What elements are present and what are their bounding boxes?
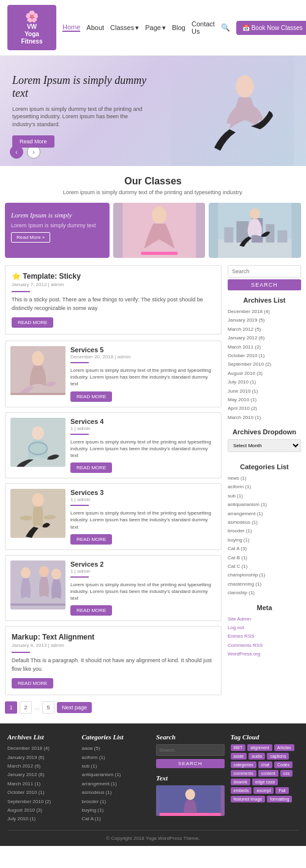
category-list-item[interactable]: Cat A (3) xyxy=(228,545,301,553)
tag-item[interactable]: aside xyxy=(231,753,247,760)
archive-list-item[interactable]: March 2012 (5) xyxy=(228,325,301,334)
footer-archive-item[interactable]: January 2019 (6) xyxy=(7,753,76,762)
sidebar-search-button[interactable]: SEARCH xyxy=(228,279,301,290)
category-list-item[interactable]: buying (1) xyxy=(228,536,301,545)
footer-archive-item[interactable]: September 2010 (2) xyxy=(7,798,76,806)
archive-list-item[interactable]: September 2010 (2) xyxy=(228,360,301,369)
footer-category-item[interactable]: aaoa (5) xyxy=(82,744,151,753)
meta-link-item[interactable]: WordPress.org xyxy=(228,650,301,659)
footer-category-item[interactable]: aciform (1) xyxy=(82,753,151,762)
tag-item[interactable]: captions xyxy=(267,753,289,760)
footer-category-item[interactable]: buying (1) xyxy=(82,806,151,815)
footer-archive-item[interactable]: March 2011 (1) xyxy=(7,780,76,788)
class-card-1-btn[interactable]: Read More » xyxy=(11,232,50,243)
footer-category-item[interactable]: asmodeus (1) xyxy=(82,788,151,797)
footer-search-input[interactable] xyxy=(156,744,225,756)
footer-archive-item[interactable]: October 2010 (1) xyxy=(7,788,76,797)
next-page-button[interactable]: Next page xyxy=(57,702,92,713)
sidebar-search-input[interactable] xyxy=(228,265,301,277)
service-5-read-more-button[interactable]: READ MORE xyxy=(70,391,112,402)
archive-list-item[interactable]: March 2010 (1) xyxy=(228,413,301,422)
footer-archives-list: December 2018 (4)January 2019 (6)March 2… xyxy=(7,744,76,824)
archive-list-item[interactable]: December 2018 (4) xyxy=(228,308,301,316)
tag-item[interactable]: comments xyxy=(231,770,256,777)
markup-read-more-button[interactable]: READ MORE xyxy=(12,678,53,689)
sticky-read-more-button[interactable]: READ MORE xyxy=(12,317,53,328)
category-list-item[interactable]: championship (1) xyxy=(228,571,301,579)
category-list-item[interactable]: asmodeus (1) xyxy=(228,518,301,527)
archive-list-item[interactable]: January 2012 (6) xyxy=(228,334,301,342)
nav-blog[interactable]: Blog xyxy=(172,24,185,31)
tag-item[interactable]: chat xyxy=(258,761,272,768)
tag-item[interactable]: dowork xyxy=(231,779,251,785)
meta-link-item[interactable]: Entries RSS xyxy=(228,632,301,641)
nav-contact[interactable]: Contact Us xyxy=(192,20,215,35)
hero-read-more-button[interactable]: Read More xyxy=(12,135,54,148)
service-2-read-more-button[interactable]: READ MORE xyxy=(70,605,112,616)
archive-list-item[interactable]: April 2010 (2) xyxy=(228,404,301,413)
tag-item[interactable]: Fail xyxy=(275,787,288,794)
class-card-1: Lorem Ipsum is simply Lorem Ipsum is sim… xyxy=(5,203,110,258)
footer-archive-item[interactable]: March 2012 (6) xyxy=(7,762,76,771)
meta-link-item[interactable]: Site Admin xyxy=(228,615,301,624)
tag-item[interactable]: Articles xyxy=(274,744,294,751)
category-list-item[interactable]: brooder (1) xyxy=(228,527,301,535)
service-2-title: Services 2 xyxy=(70,560,216,568)
footer-archive-item[interactable]: August 2010 (3) xyxy=(7,806,76,815)
tag-item[interactable]: excerpt xyxy=(253,787,274,794)
meta-link-item[interactable]: Comments RSS xyxy=(228,641,301,650)
search-icon[interactable]: 🔍 xyxy=(221,23,230,32)
category-list-item[interactable]: chastenning (1) xyxy=(228,580,301,589)
footer-archive-item[interactable]: January 2012 (6) xyxy=(7,771,76,779)
tag-item[interactable]: embeds xyxy=(231,787,252,794)
archive-list-item[interactable]: June 2010 (1) xyxy=(228,387,301,396)
markup-post-title: Markup: Text Alignment xyxy=(12,633,215,641)
archive-list-item[interactable]: May 2010 (1) xyxy=(228,396,301,404)
tag-item[interactable]: categories xyxy=(231,761,256,768)
tag-item[interactable]: audio xyxy=(248,753,265,760)
meta-link-item[interactable]: Log out xyxy=(228,624,301,632)
archive-list-item[interactable]: August 2010 (3) xyxy=(228,369,301,378)
service-3-read-more-button[interactable]: READ MORE xyxy=(70,534,112,545)
tag-item[interactable]: content xyxy=(258,770,278,777)
nav-page[interactable]: Page ▾ xyxy=(145,24,166,32)
archive-list-item[interactable]: July 2010 (1) xyxy=(228,378,301,387)
archive-list-item[interactable]: October 2010 (1) xyxy=(228,352,301,360)
service-4-read-more-button[interactable]: READ MORE xyxy=(70,462,112,473)
nav-home[interactable]: Home xyxy=(62,23,80,32)
tag-item[interactable]: Codex xyxy=(274,761,293,768)
logo[interactable]: 🌸 VWYoga Fitness xyxy=(7,5,56,50)
archive-list-item[interactable]: March 2011 (2) xyxy=(228,343,301,352)
page-2-button[interactable]: 2 xyxy=(20,701,32,714)
category-list-item[interactable]: Cat B (1) xyxy=(228,554,301,562)
footer-archive-item[interactable]: December 2018 (4) xyxy=(7,744,76,753)
tag-item[interactable]: css xyxy=(280,770,293,777)
page-1-button[interactable]: 1 xyxy=(5,701,17,714)
archive-list-item[interactable]: January 2019 (5) xyxy=(228,316,301,325)
archives-dropdown[interactable]: Select Month xyxy=(228,439,301,452)
footer-archive-item[interactable]: July 2010 (1) xyxy=(7,815,76,823)
page-5-button[interactable]: 5 xyxy=(42,701,54,714)
nav-classes[interactable]: Classes ▾ xyxy=(110,24,139,32)
category-list-item[interactable]: news (1) xyxy=(228,474,301,483)
footer-search-button[interactable]: SEARCH xyxy=(156,759,225,768)
nav-about[interactable]: About xyxy=(86,24,104,31)
category-list-item[interactable]: Cat C (1) xyxy=(228,562,301,571)
footer-category-item[interactable]: Cat A (1) xyxy=(82,815,151,823)
tag-item[interactable]: 8BIT xyxy=(231,744,246,751)
footer-category-item[interactable]: brooder (1) xyxy=(82,798,151,806)
category-list-item[interactable]: antiquarianism (1) xyxy=(228,500,301,509)
category-list-item[interactable]: claroship (1) xyxy=(228,589,301,597)
tag-item[interactable]: alignment xyxy=(247,744,272,751)
category-list-item[interactable]: arrangement (1) xyxy=(228,510,301,518)
category-list-item[interactable]: sub (1) xyxy=(228,492,301,500)
service-5-meta: December 20, 2018 | admin xyxy=(70,354,216,360)
category-list-item[interactable]: aciform (1) xyxy=(228,483,301,491)
tag-item[interactable]: formatting xyxy=(267,796,292,802)
footer-category-item[interactable]: sub (1) xyxy=(82,762,151,771)
tag-item[interactable]: edge case xyxy=(252,779,278,785)
tag-item[interactable]: featured image xyxy=(231,796,266,802)
book-now-button[interactable]: 📅 Book Now Classes xyxy=(236,21,306,35)
footer-category-item[interactable]: arrangement (1) xyxy=(82,780,151,788)
footer-category-item[interactable]: antiquarianism (1) xyxy=(82,771,151,779)
